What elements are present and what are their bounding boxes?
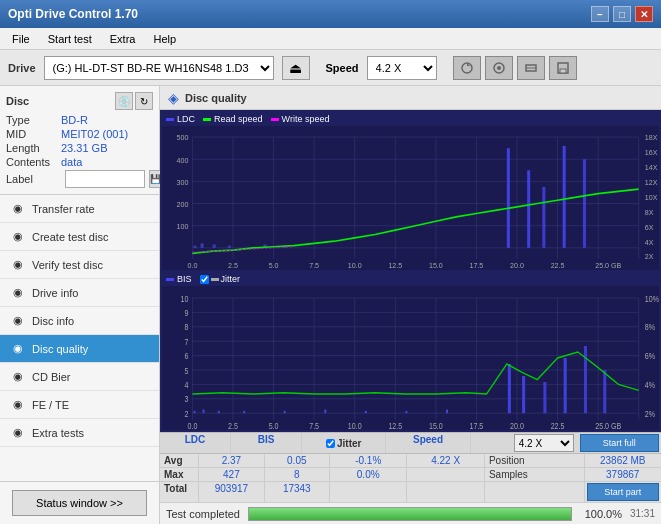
- svg-text:5: 5: [184, 366, 188, 376]
- nav-label: Extra tests: [32, 427, 84, 439]
- max-ldc: 427: [199, 468, 264, 481]
- nav-disc-quality[interactable]: ◉ Disc quality: [0, 335, 159, 363]
- nav-icon: ◉: [10, 397, 26, 413]
- svg-text:8%: 8%: [645, 323, 655, 333]
- stats-avg-row: Avg 2.37 0.05 -0.1% 4.22 X Position 2386…: [160, 454, 661, 468]
- total-label: Total: [160, 482, 199, 502]
- nav-disc-info[interactable]: ◉ Disc info: [0, 307, 159, 335]
- contents-val: data: [61, 156, 82, 168]
- menu-extra[interactable]: Extra: [102, 31, 144, 47]
- total-bis: 17343: [265, 482, 330, 502]
- jitter-color: [211, 278, 219, 281]
- svg-text:15.0: 15.0: [429, 421, 443, 430]
- speed-btn-3[interactable]: [517, 56, 545, 80]
- svg-text:25.0 GB: 25.0 GB: [595, 421, 621, 430]
- save-icon: [556, 61, 570, 75]
- speed-btn-4[interactable]: [549, 56, 577, 80]
- avg-label: Avg: [160, 454, 199, 467]
- nav-label: FE / TE: [32, 399, 69, 411]
- speed-btn-2[interactable]: [485, 56, 513, 80]
- nav-create-test-disc[interactable]: ◉ Create test disc: [0, 223, 159, 251]
- drive-select[interactable]: (G:) HL-DT-ST BD-RE WH16NS48 1.D3: [44, 56, 274, 80]
- svg-rect-113: [284, 411, 286, 413]
- svg-rect-53: [213, 245, 216, 248]
- eject-button[interactable]: ⏏: [282, 56, 310, 80]
- svg-text:20.0: 20.0: [510, 421, 524, 430]
- chart-icon: ◈: [168, 90, 179, 106]
- label-key: Label: [6, 173, 61, 185]
- mid-key: MID: [6, 128, 61, 140]
- nav-transfer-rate[interactable]: ◉ Transfer rate: [0, 195, 159, 223]
- svg-text:6: 6: [184, 352, 188, 362]
- nav-icon: ◉: [10, 229, 26, 245]
- stats-area: LDC BIS Jitter Speed 4.2 X Start full: [160, 432, 661, 502]
- stats-total-row: Total 903917 17343 Start part: [160, 482, 661, 502]
- svg-rect-117: [446, 410, 448, 414]
- svg-rect-110: [203, 410, 205, 414]
- maximize-button[interactable]: □: [613, 6, 631, 22]
- nav-label: Verify test disc: [32, 259, 103, 271]
- minimize-button[interactable]: −: [591, 6, 609, 22]
- disc-icon-btn[interactable]: 💿: [115, 92, 133, 110]
- svg-rect-114: [324, 410, 326, 414]
- menu-start-test[interactable]: Start test: [40, 31, 100, 47]
- nav-drive-info[interactable]: ◉ Drive info: [0, 279, 159, 307]
- svg-rect-123: [603, 370, 606, 413]
- bottom-sidebar: Status window >>: [0, 481, 159, 524]
- main-layout: Disc 💿 ↻ Type BD-R MID MEIT02 (001) Leng…: [0, 86, 661, 524]
- svg-rect-116: [405, 411, 407, 413]
- total-jitter-empty: [330, 482, 407, 502]
- nav-fe-te[interactable]: ◉ FE / TE: [0, 391, 159, 419]
- start-full-button[interactable]: Start full: [580, 434, 659, 452]
- svg-rect-115: [365, 411, 367, 413]
- speed-buttons: [453, 56, 577, 80]
- svg-rect-122: [584, 346, 587, 413]
- drive-label: Drive: [8, 62, 36, 74]
- svg-text:22.5: 22.5: [551, 421, 565, 430]
- nav-label: CD Bier: [32, 371, 71, 383]
- avg-bis: 0.05: [265, 454, 330, 467]
- close-button[interactable]: ✕: [635, 6, 653, 22]
- label-input[interactable]: [65, 170, 145, 188]
- svg-text:10.0: 10.0: [348, 421, 362, 430]
- svg-text:25.0 GB: 25.0 GB: [595, 260, 621, 269]
- menu-help[interactable]: Help: [145, 31, 184, 47]
- chart-title: Disc quality: [185, 92, 247, 104]
- speed-select-stats[interactable]: 4.2 X: [514, 434, 574, 452]
- menu-file[interactable]: File: [4, 31, 38, 47]
- speed-select[interactable]: 4.2 X: [367, 56, 437, 80]
- progress-bar-container: [248, 507, 572, 521]
- legend-write: Write speed: [271, 114, 330, 124]
- svg-text:15.0: 15.0: [429, 260, 443, 269]
- status-window-button[interactable]: Status window >>: [12, 490, 147, 516]
- app-title: Opti Drive Control 1.70: [8, 7, 138, 21]
- svg-text:10.0: 10.0: [348, 260, 362, 269]
- svg-text:8: 8: [184, 323, 188, 333]
- svg-text:6%: 6%: [645, 352, 655, 362]
- disc-panel: Disc 💿 ↻ Type BD-R MID MEIT02 (001) Leng…: [0, 86, 159, 195]
- speed-label: Speed: [326, 62, 359, 74]
- speed-btn-1[interactable]: [453, 56, 481, 80]
- svg-text:2%: 2%: [645, 409, 655, 419]
- svg-text:7.5: 7.5: [309, 260, 319, 269]
- disc-refresh-btn[interactable]: ↻: [135, 92, 153, 110]
- header-actions: Start full: [578, 433, 661, 453]
- start-part-button[interactable]: Start part: [587, 483, 659, 501]
- nav-verify-test-disc[interactable]: ◉ Verify test disc: [0, 251, 159, 279]
- length-key: Length: [6, 142, 61, 154]
- avg-ldc: 2.37: [199, 454, 264, 467]
- jitter-checkbox[interactable]: [200, 275, 209, 284]
- disc-icon: [492, 61, 506, 75]
- svg-text:200: 200: [177, 200, 189, 209]
- svg-rect-51: [193, 246, 196, 248]
- svg-point-2: [497, 66, 501, 70]
- svg-rect-58: [527, 170, 530, 248]
- nav-extra-tests[interactable]: ◉ Extra tests: [0, 419, 159, 447]
- legend-ldc-label: LDC: [177, 114, 195, 124]
- jitter-stats-checkbox[interactable]: [326, 439, 335, 448]
- nav-cd-bier[interactable]: ◉ CD Bier: [0, 363, 159, 391]
- header-speed-select-area: 4.2 X: [471, 433, 578, 453]
- svg-text:2.5: 2.5: [228, 421, 238, 430]
- svg-rect-120: [543, 382, 546, 413]
- max-jitter: 0.0%: [330, 468, 407, 481]
